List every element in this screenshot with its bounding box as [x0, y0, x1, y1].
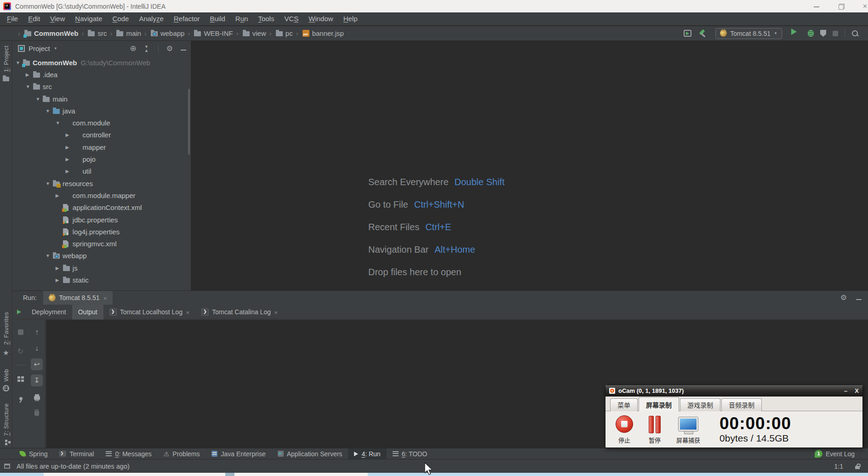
- menu-item[interactable]: File: [2, 12, 23, 25]
- breadcrumb-item[interactable]: › view: [235, 29, 266, 37]
- tree-row[interactable]: ▶ js: [12, 262, 191, 274]
- tree-row[interactable]: ▼ resources: [12, 177, 191, 189]
- tree-row[interactable]: ▶ controller: [12, 129, 191, 141]
- tree-row[interactable]: ▼ webapp: [12, 250, 191, 262]
- run-button[interactable]: [791, 28, 801, 39]
- tool-window-button[interactable]: Terminal: [53, 448, 100, 459]
- tool-window-button[interactable]: Java Enterprise: [206, 448, 271, 459]
- ocam-stop-button[interactable]: 停止: [616, 415, 633, 444]
- clear-all-button[interactable]: [31, 407, 43, 419]
- close-tab-icon[interactable]: [274, 308, 278, 316]
- soft-wrap-button[interactable]: [31, 358, 43, 370]
- breadcrumb-item[interactable]: › src: [80, 29, 107, 37]
- gutter-separator[interactable]: [16, 365, 26, 365]
- tool-window-button[interactable]: 4: Run: [348, 448, 386, 459]
- tree-expand-arrow[interactable]: ▶: [26, 72, 33, 77]
- tree-row[interactable]: jdbc.properties: [12, 214, 191, 226]
- pin-tab-button[interactable]: [15, 392, 27, 404]
- tree-expand-arrow[interactable]: ▼: [35, 96, 43, 102]
- hide-run-panel-button[interactable]: [856, 296, 862, 300]
- debug-button[interactable]: [808, 30, 814, 37]
- tree-row[interactable]: ▼ com.module: [12, 117, 191, 129]
- ocam-tab[interactable]: 菜单: [610, 398, 638, 411]
- tree-expand-arrow[interactable]: ▶: [66, 157, 73, 162]
- tool-window-button[interactable]: 6: TODO: [387, 448, 434, 459]
- tool-window-toggle-icon[interactable]: [4, 464, 10, 469]
- ocam-close-button[interactable]: X: [855, 387, 859, 394]
- rerun-server-icon[interactable]: [17, 310, 21, 314]
- tree-expand-arrow[interactable]: ▶: [66, 145, 73, 150]
- tree-expand-arrow[interactable]: ▼: [46, 108, 53, 113]
- menu-item[interactable]: Refactor: [169, 12, 205, 25]
- tool-window-button[interactable]: 7: Structure: [3, 403, 10, 445]
- menu-item[interactable]: Tools: [253, 12, 279, 25]
- settings-button[interactable]: [166, 45, 173, 53]
- breadcrumb-item[interactable]: › webapp: [143, 29, 185, 37]
- tree-scrollbar-thumb[interactable]: [188, 89, 190, 155]
- up-stack-trace-button[interactable]: [31, 326, 43, 338]
- ocam-tab[interactable]: 屏幕录制: [639, 397, 679, 411]
- tree-expand-arrow[interactable]: ▶: [56, 266, 63, 271]
- tool-window-button[interactable]: Spring: [14, 448, 53, 459]
- close-tab-icon[interactable]: [186, 308, 189, 316]
- run-with-coverage-button[interactable]: [820, 30, 826, 37]
- ocam-tab[interactable]: 游戏录制: [680, 398, 720, 411]
- minimize-window-button[interactable]: [813, 3, 820, 10]
- menu-item[interactable]: Help: [338, 12, 363, 25]
- breadcrumb-item[interactable]: › WEB-INF: [186, 29, 233, 37]
- tree-expand-arrow[interactable]: ▶: [66, 169, 73, 174]
- print-button[interactable]: [31, 391, 43, 402]
- tree-expand-arrow[interactable]: ▶: [66, 132, 73, 137]
- ocam-pause-button[interactable]: 暂停: [649, 415, 661, 444]
- tree-expand-arrow[interactable]: ▼: [46, 181, 53, 186]
- tree-row[interactable]: ▶ util: [12, 165, 191, 177]
- stop-process-button[interactable]: [15, 326, 27, 338]
- ocam-title-bar[interactable]: oCam (0, 1, 1891, 1037) – X: [605, 385, 862, 397]
- event-log-button[interactable]: 1 Event Log: [809, 448, 861, 459]
- menu-item[interactable]: Analyze: [134, 12, 168, 25]
- ocam-tab[interactable]: 音频录制: [721, 398, 762, 411]
- close-window-button[interactable]: [862, 3, 867, 10]
- search-everywhere-button[interactable]: [851, 30, 859, 37]
- select-opened-file-button[interactable]: [130, 45, 136, 53]
- rerun-button[interactable]: [15, 346, 27, 357]
- menu-item[interactable]: Run: [230, 12, 253, 25]
- breadcrumb-item[interactable]: › banner.jsp: [295, 29, 344, 37]
- tool-window-button[interactable]: Web: [3, 369, 10, 391]
- run-settings-button[interactable]: [840, 294, 847, 302]
- tool-windows-icon[interactable]: [684, 30, 691, 37]
- menu-item[interactable]: VCS: [279, 12, 303, 25]
- tree-row[interactable]: ▼ java: [12, 105, 191, 117]
- tree-row[interactable]: springmvc.xml: [12, 238, 191, 249]
- tree-expand-arrow[interactable]: ▼: [56, 120, 63, 125]
- scroll-to-end-button[interactable]: [31, 374, 43, 386]
- tree-row[interactable]: ▼ main: [12, 93, 191, 105]
- tree-row[interactable]: ▶ mapper: [12, 141, 191, 153]
- collapse-all-button[interactable]: [144, 45, 150, 52]
- tree-expand-arrow[interactable]: ▶: [56, 193, 63, 198]
- menu-item[interactable]: View: [45, 12, 70, 25]
- down-stack-trace-button[interactable]: [31, 342, 43, 354]
- run-configuration-select[interactable]: Tomcat 8.5.51 ▼: [715, 28, 782, 39]
- tree-row[interactable]: ▶ com.module.mapper: [12, 189, 191, 201]
- tool-window-button-project[interactable]: 1: Project: [3, 45, 10, 81]
- toolbar-separator[interactable]: [845, 30, 845, 37]
- ocam-minimize-button[interactable]: –: [844, 387, 847, 394]
- layout-settings-button[interactable]: [15, 373, 27, 385]
- tree-expand-arrow[interactable]: ▶: [56, 278, 63, 283]
- breadcrumb-item[interactable]: › pc: [268, 29, 293, 37]
- tree-expand-arrow[interactable]: ▼: [46, 253, 53, 258]
- header-separator[interactable]: [158, 45, 159, 52]
- tool-window-button[interactable]: 0: Messages: [100, 448, 157, 459]
- menu-item[interactable]: Window: [303, 12, 338, 25]
- run-panel-tab[interactable]: Tomcat Localhost Log: [103, 305, 196, 319]
- breadcrumb-item[interactable]: › CommonWeb: [17, 29, 78, 37]
- tree-row[interactable]: ▶ static: [12, 274, 191, 286]
- hide-panel-button[interactable]: [181, 46, 186, 51]
- run-panel-tab[interactable]: Deployment: [26, 305, 72, 319]
- run-configuration-tab[interactable]: Tomcat 8.5.51: [43, 291, 113, 305]
- tool-window-button[interactable]: Problems: [158, 448, 206, 459]
- tree-expand-arrow[interactable]: ▼: [26, 84, 33, 89]
- chevron-down-icon[interactable]: ▼: [54, 46, 57, 51]
- tree-row[interactable]: ▶ .idea: [12, 68, 191, 80]
